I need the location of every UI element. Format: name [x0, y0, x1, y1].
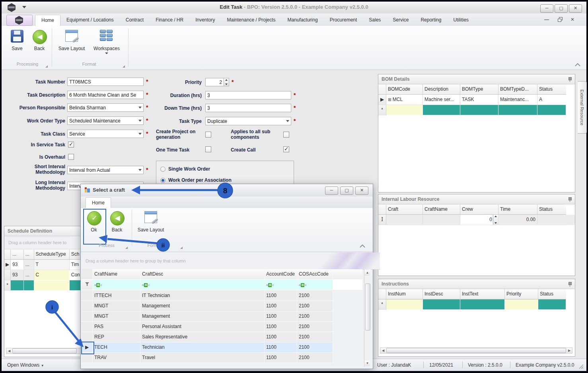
pin-icon[interactable] [568, 77, 572, 82]
create-project-checkbox[interactable] [205, 132, 211, 138]
back-button[interactable]: ◀ Back [29, 30, 50, 51]
create-call-checkbox[interactable] [283, 146, 289, 152]
task-number-input[interactable]: TT06MCS [67, 78, 144, 86]
tab-inventory[interactable]: Inventory [189, 15, 221, 26]
ellipsis-button[interactable]: ... [24, 260, 34, 270]
labour-col-craft[interactable]: Craft [386, 204, 423, 215]
short-interval-methodology-dropdown[interactable]: Interval from Actual [67, 166, 144, 174]
table-row[interactable]: ▶ ⊞ MCL Machine ser... TASK Maintenanc..… [378, 95, 575, 105]
ribbon-collapse-icon[interactable] [574, 62, 581, 67]
craft-row-ittech[interactable]: ITTECH IT Technician 1100 2100 [82, 291, 333, 301]
bom-col-description[interactable]: Description [423, 84, 460, 95]
minimize-button[interactable]: ─ [540, 4, 553, 13]
labour-col-time[interactable]: Time [498, 204, 537, 215]
one-time-task-checkbox[interactable] [205, 146, 211, 152]
dialog-tab-home[interactable]: Home [86, 197, 111, 208]
priority-stepper[interactable]: 2 [205, 78, 229, 86]
save-button[interactable]: Save [6, 30, 28, 51]
maximize-button[interactable]: ▢ [555, 4, 568, 13]
inst-col-status[interactable]: Status [538, 289, 566, 299]
labour-col-craftname[interactable]: CraftName [423, 204, 460, 215]
application-button[interactable] [6, 15, 33, 26]
filter-cosacccode-input[interactable]: aBc [297, 280, 333, 290]
tab-maintenance-projects[interactable]: Maintenance / Projects [221, 15, 282, 26]
tab-manufacturing[interactable]: Manufacturing [282, 15, 324, 26]
expand-icon[interactable]: ⊞ [388, 97, 391, 102]
filter-craftname-input[interactable]: aBc [93, 280, 140, 290]
labour-col-status[interactable]: Status [537, 204, 566, 215]
craft-row-rep[interactable]: REP Sales Representative 1100 2100 [82, 332, 333, 342]
schedule-new-row[interactable]: * [4, 280, 84, 291]
scroll-right-icon[interactable]: ▶ [567, 348, 572, 353]
dialog-maximize-button[interactable]: ▢ [340, 186, 353, 195]
applies-sub-components-checkbox[interactable] [283, 132, 289, 138]
dialog-minimize-button[interactable]: ─ [325, 186, 338, 195]
instructions-hscrollbar[interactable]: ◀ ▶ [380, 348, 572, 354]
bom-col-bomtype[interactable]: BOMType [460, 84, 498, 95]
craft-row-pas[interactable]: PAS Personal Assistant 1100 2100 [82, 322, 333, 332]
dialog-save-layout-button[interactable]: Save Layout [135, 211, 167, 233]
ellipsis-button[interactable]: ... [24, 270, 34, 280]
in-service-task-checkbox[interactable] [68, 142, 74, 148]
inst-col-priority[interactable]: Priority [505, 289, 538, 299]
bom-col-bomtypedesc[interactable]: BOMTypeD... [498, 84, 537, 95]
tab-utilities[interactable]: Utilities [447, 15, 475, 26]
crew-spinner-icon[interactable] [493, 215, 498, 225]
format-group-launcher-icon[interactable] [180, 247, 183, 249]
labour-col-crew[interactable]: Crew [460, 204, 498, 215]
tab-equipment-locations[interactable]: Equipment / Locations [60, 15, 120, 26]
filter-accountcode-input[interactable]: aBc [265, 280, 297, 290]
filter-craftdesc-input[interactable]: aBc [140, 280, 265, 290]
task-type-dropdown[interactable]: Duplicate [205, 117, 291, 125]
dialog-close-button[interactable]: ✕ [355, 186, 368, 195]
craft-col-accountcode[interactable]: AccountCode [265, 269, 297, 280]
inst-col-instnum[interactable]: InstNum [386, 289, 423, 299]
scroll-thumb[interactable] [386, 348, 566, 353]
work-order-per-association-radio[interactable] [160, 178, 165, 183]
tab-service[interactable]: Service [387, 15, 415, 26]
tab-sales[interactable]: Sales [363, 15, 387, 26]
close-button[interactable]: ✕ [569, 4, 582, 13]
mdi-restore-icon[interactable] [558, 17, 562, 21]
single-work-order-radio[interactable] [160, 167, 165, 172]
format-group-launcher-icon[interactable] [123, 65, 125, 68]
priority-spinner-icon[interactable] [224, 78, 229, 86]
schedule-col-2[interactable]: ... [24, 249, 34, 260]
inst-col-instdesc[interactable]: InstDesc [423, 289, 460, 299]
craft-grid-vscrollbar[interactable]: ▲ ▼ [364, 269, 371, 367]
scroll-down-icon[interactable]: ▼ [365, 361, 370, 366]
bom-col-status[interactable]: Status [537, 84, 566, 95]
tab-reporting[interactable]: Reporting [415, 15, 447, 26]
inst-col-insttext[interactable]: InstText [460, 289, 505, 299]
instructions-new-row[interactable]: * [378, 299, 575, 310]
workspaces-button[interactable]: Workspaces [92, 30, 122, 54]
scroll-thumb[interactable] [365, 284, 370, 330]
crew-stepper[interactable]: 0 [460, 215, 498, 225]
craft-row-trav[interactable]: TRAV Travel 1100 2100 [82, 353, 333, 363]
down-time-input[interactable]: 3 [205, 104, 291, 112]
person-responsible-dropdown[interactable]: Belinda Sharman [67, 103, 144, 112]
tab-home[interactable]: Home [35, 15, 60, 26]
table-row[interactable]: 93 ... C Con [4, 270, 84, 280]
schedule-hscrollbar[interactable]: ◀ [6, 348, 82, 354]
task-description-input[interactable]: 6 Month Machine Clean and Se [67, 91, 144, 99]
resize-grip-icon[interactable] [578, 364, 584, 369]
scroll-up-icon[interactable]: ▲ [365, 270, 370, 276]
work-order-type-dropdown[interactable]: Scheduled Maintenance [67, 117, 144, 125]
is-overhaul-checkbox[interactable] [68, 154, 74, 160]
processing-group-launcher-icon[interactable] [45, 65, 48, 68]
process-group-launcher-icon[interactable] [125, 247, 128, 249]
scroll-thumb[interactable] [12, 348, 77, 354]
table-row[interactable]: I 0 0.00 [378, 215, 575, 225]
tab-contract[interactable]: Contract [120, 15, 150, 26]
open-windows-button[interactable]: Open Windows ▼ [7, 362, 44, 368]
schedule-col-1[interactable]: ... [11, 249, 24, 260]
craft-row-mngt-1[interactable]: MNGT Management 1100 2100 [82, 301, 333, 311]
duration-input[interactable]: 3 [205, 91, 291, 99]
craft-row-mngt-2[interactable]: MNGT Management 1100 2100 [82, 311, 333, 322]
save-layout-button[interactable]: Save Layout [56, 30, 88, 51]
tab-procurement[interactable]: Procurement [324, 15, 363, 26]
bom-col-bomcode[interactable]: BOMCode [386, 84, 423, 95]
pin-icon[interactable] [568, 197, 572, 202]
pin-icon[interactable] [568, 282, 572, 287]
